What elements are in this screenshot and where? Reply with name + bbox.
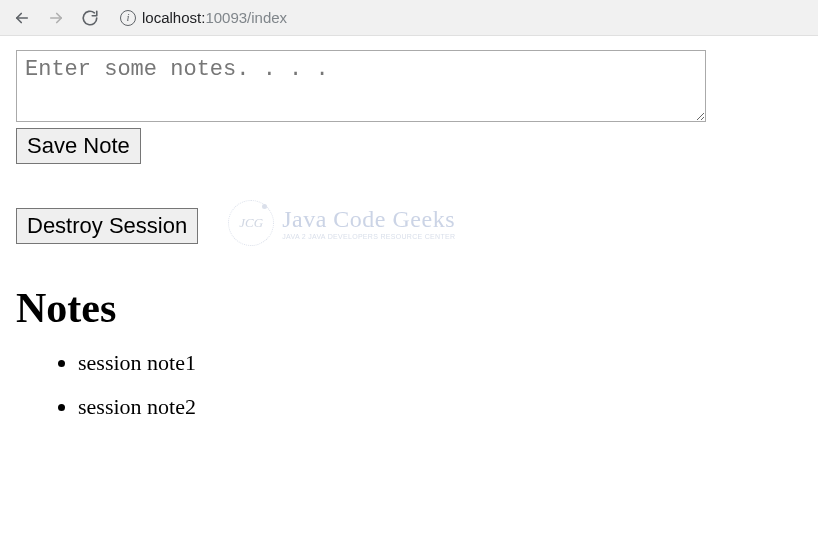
address-bar[interactable]: i localhost:10093/index — [110, 9, 810, 26]
forward-button[interactable] — [42, 4, 70, 32]
browser-toolbar: i localhost:10093/index — [0, 0, 818, 36]
destroy-session-button[interactable]: Destroy Session — [16, 208, 198, 244]
watermark-text: Java Code Geeks Java 2 Java Developers R… — [282, 207, 455, 240]
watermark-main-text: Java Code Geeks — [282, 207, 455, 231]
list-item: session note2 — [78, 394, 802, 420]
destroy-row: Destroy Session JCG Java Code Geeks Java… — [16, 200, 802, 246]
back-button[interactable] — [8, 4, 36, 32]
page-content: Save Note Destroy Session JCG Java Code … — [0, 36, 818, 452]
url-display: localhost:10093/index — [142, 9, 287, 26]
notes-textarea[interactable] — [16, 50, 706, 122]
notes-list: session note1 session note2 — [16, 350, 802, 420]
watermark-badge-icon: JCG — [228, 200, 274, 246]
site-info-icon[interactable]: i — [120, 10, 136, 26]
save-note-button[interactable]: Save Note — [16, 128, 141, 164]
list-item: session note1 — [78, 350, 802, 376]
watermark-sub-text: Java 2 Java Developers Resource Center — [282, 233, 455, 240]
watermark: JCG Java Code Geeks Java 2 Java Develope… — [228, 200, 455, 246]
reload-button[interactable] — [76, 4, 104, 32]
url-path: 10093/index — [205, 9, 287, 26]
url-host: localhost: — [142, 9, 205, 26]
notes-heading: Notes — [16, 284, 802, 332]
